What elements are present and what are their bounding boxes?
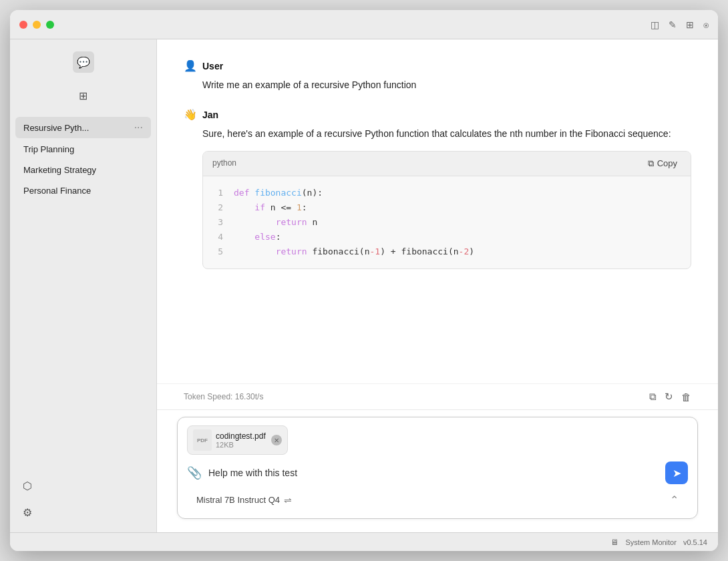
pdf-attachment: PDF codingtest.pdf 12KB ✕ (187, 425, 288, 455)
sidebar-toggle-icon[interactable]: ◫ (651, 19, 659, 30)
assistant-avatar: 👋 (184, 108, 197, 121)
edit-icon[interactable]: ✎ (669, 19, 677, 30)
copy-icon: ⧉ (648, 158, 654, 169)
assistant-message-body: Sure, here's an example of a recursive P… (184, 126, 691, 269)
sidebar-item-recursive[interactable]: Resursive Pyth... ··· (15, 117, 151, 138)
chat-nav-icon[interactable]: 💬 (73, 51, 94, 73)
settings-sliders-icon[interactable]: ⇌ (284, 495, 292, 506)
code-line-5: 5 return fibonacci(n-1) + fibonacci(n-2) (214, 244, 680, 259)
line-code: return n (234, 215, 317, 230)
help-icon[interactable]: ⍟ (703, 19, 709, 30)
line-number: 1 (214, 186, 223, 200)
monitor-icon: 🖥 (610, 538, 618, 547)
line-number: 3 (214, 215, 223, 230)
sidebar-item-label: Marketing Strategy (23, 165, 143, 175)
settings-icon[interactable]: ⚙ (15, 500, 39, 524)
sidebar: 💬 ⊞ Resursive Pyth... ··· Trip Planning … (10, 39, 157, 532)
send-button[interactable]: ➤ (665, 461, 688, 484)
plugin-icon[interactable]: ⬡ (15, 474, 39, 498)
send-icon: ➤ (673, 467, 681, 480)
grid-nav-icon[interactable]: ⊞ (73, 85, 94, 106)
delete-icon[interactable]: 🗑 (681, 391, 691, 403)
titlebar: ◫ ✎ ⊞ ⍟ (10, 10, 718, 39)
assistant-name: Jan (202, 110, 218, 120)
copy-button[interactable]: ⧉ Copy (644, 157, 681, 170)
line-code: if n <= 1: (234, 200, 307, 215)
input-row: 📎 ➤ (187, 461, 688, 484)
code-line-1: 1 def fibonacci(n): (214, 186, 680, 200)
line-number: 5 (214, 244, 223, 259)
assistant-text: Sure, here's an example of a recursive P… (202, 128, 671, 139)
input-area: PDF codingtest.pdf 12KB ✕ 📎 (157, 409, 718, 532)
user-name: User (202, 61, 223, 71)
user-message-body: Write me an example of a recursive Pytho… (184, 77, 691, 92)
minimize-button[interactable] (33, 21, 41, 29)
code-body: 1 def fibonacci(n): 2 if n <= 1: 3 (203, 176, 691, 268)
attachment-row: PDF codingtest.pdf 12KB ✕ (187, 425, 688, 455)
code-line-4: 4 else: (214, 230, 680, 244)
pdf-filename: codingtest.pdf (216, 431, 266, 441)
sidebar-item-finance[interactable]: Personal Finance (15, 181, 151, 200)
sidebar-item-marketing[interactable]: Marketing Strategy (15, 160, 151, 180)
model-bar: Mistral 7B Instruct Q4 ⇌ ⌃ (187, 490, 688, 510)
token-speed: Token Speed: 16.30t/s (184, 392, 263, 401)
statusbar: 🖥 System Monitor v0.5.14 (10, 532, 718, 551)
input-box: PDF codingtest.pdf 12KB ✕ 📎 (177, 417, 698, 519)
assistant-message: 👋 Jan Sure, here's an example of a recur… (184, 108, 691, 269)
code-line-3: 3 return n (214, 215, 680, 230)
line-code: else: (234, 230, 281, 244)
pdf-icon: PDF (193, 429, 212, 451)
message-header: 👤 User (184, 59, 691, 72)
version-label: v0.5.14 (683, 538, 707, 546)
user-avatar: 👤 (184, 59, 197, 72)
conversation-list: Resursive Pyth... ··· Trip Planning Mark… (10, 117, 156, 202)
maximize-button[interactable] (46, 21, 54, 29)
titlebar-actions: ◫ ✎ ⊞ ⍟ (651, 19, 709, 30)
message-input[interactable] (208, 467, 659, 478)
chevron-up-icon[interactable]: ⌃ (670, 494, 679, 506)
copy-message-icon[interactable]: ⧉ (649, 391, 657, 403)
app-window: ◫ ✎ ⊞ ⍟ 💬 ⊞ Resursive Pyth... ··· Trip P… (10, 10, 718, 551)
refresh-icon[interactable]: ↻ (665, 391, 673, 403)
model-selector[interactable]: Mistral 7B Instruct Q4 ⇌ (196, 495, 292, 506)
sidebar-item-trip[interactable]: Trip Planning (15, 140, 151, 159)
code-line-2: 2 if n <= 1: (214, 200, 680, 215)
line-number: 2 (214, 200, 223, 215)
pdf-info: codingtest.pdf 12KB (216, 431, 266, 449)
line-number: 4 (214, 230, 223, 244)
sidebar-item-label: Resursive Pyth... (23, 123, 130, 133)
attachment-icon[interactable]: 📎 (187, 465, 202, 480)
more-options-icon[interactable]: ··· (134, 122, 143, 134)
sidebar-item-label: Personal Finance (23, 186, 143, 196)
line-code: def fibonacci(n): (234, 186, 323, 200)
code-header: python ⧉ Copy (203, 152, 691, 176)
status-label: System Monitor (625, 538, 676, 546)
main-content: 💬 ⊞ Resursive Pyth... ··· Trip Planning … (10, 39, 718, 532)
bottom-right-actions: ⌃ (670, 494, 679, 506)
model-name: Mistral 7B Instruct Q4 (196, 495, 280, 505)
token-bar: Token Speed: 16.30t/s ⧉ ↻ 🗑 (157, 383, 718, 409)
code-block: python ⧉ Copy 1 def fibonacci(n): (202, 151, 691, 269)
code-language: python (212, 157, 236, 170)
sidebar-item-label: Trip Planning (23, 144, 143, 154)
pdf-filesize: 12KB (216, 441, 266, 449)
sidebar-nav-icons: 💬 ⊞ (10, 45, 156, 117)
user-message: 👤 User Write me an example of a recursiv… (184, 59, 691, 92)
grid-icon[interactable]: ⊞ (686, 19, 694, 30)
line-code: return fibonacci(n-1) + fibonacci(n-2) (234, 244, 474, 259)
chat-messages: 👤 User Write me an example of a recursiv… (157, 39, 718, 383)
copy-label: Copy (657, 158, 677, 168)
token-actions: ⧉ ↻ 🗑 (649, 391, 691, 403)
chat-area: 👤 User Write me an example of a recursiv… (157, 39, 718, 532)
sidebar-bottom: ⬡ ⚙ (10, 465, 156, 532)
close-button[interactable] (19, 21, 27, 29)
remove-attachment-button[interactable]: ✕ (271, 435, 282, 445)
message-header: 👋 Jan (184, 108, 691, 121)
